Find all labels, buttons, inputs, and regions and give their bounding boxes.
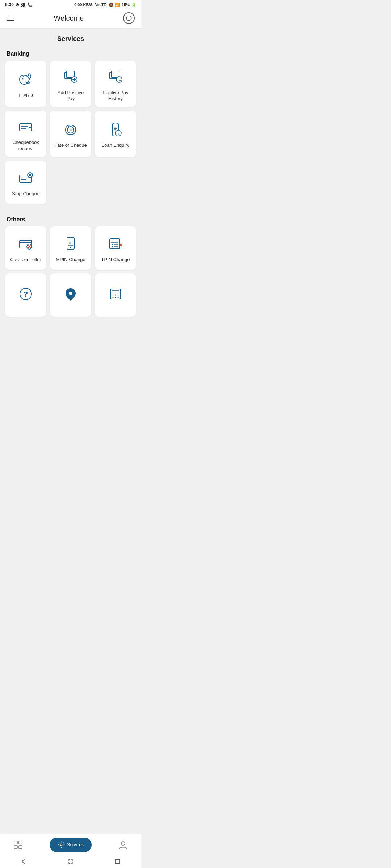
tpin-icon	[106, 234, 125, 253]
empty-card-1	[50, 161, 91, 204]
svg-point-42	[112, 244, 113, 245]
others-grid: Card controller MPIN Change	[0, 226, 141, 325]
banking-row-2: Chequebook request Fate of Cheque	[5, 111, 136, 157]
service-help[interactable]: ?	[5, 273, 46, 317]
tpin-change-label: TPIN Change	[101, 257, 130, 263]
banking-row-3: Stop Cheque	[5, 161, 136, 204]
svg-point-50	[69, 292, 72, 295]
svg-point-44	[112, 246, 113, 247]
help-icon: ?	[16, 285, 35, 303]
positive-history-icon	[106, 67, 125, 86]
status-right: 0.00 KB/S VoLTE 🔕 📶 15% 🔋	[74, 3, 136, 7]
mpin-change-label: MPIN Change	[56, 257, 85, 263]
service-location[interactable]	[50, 273, 91, 317]
header-title: Welcome	[54, 14, 84, 22]
service-fd-rd[interactable]: FD/RD	[5, 61, 46, 107]
loan-icon: ₹ ?	[106, 120, 125, 139]
volte-icon: VoLTE	[94, 3, 107, 7]
svg-rect-4	[66, 71, 74, 77]
section-banking-label: Banking	[0, 46, 141, 61]
svg-point-55	[118, 294, 119, 295]
service-loan-enquiry[interactable]: ₹ ? Loan Enquiry	[95, 111, 136, 157]
status-bar: 5:30 ⊙ 🖼 📞 0.00 KB/S VoLTE 🔕 📶 15% 🔋	[0, 0, 141, 9]
page-title: Services	[0, 29, 141, 46]
svg-text:?: ?	[117, 131, 119, 135]
svg-point-58	[118, 297, 119, 298]
main-content: Services Banking FD/RD	[0, 29, 141, 357]
stop-cheque-icon	[16, 169, 35, 187]
others-row-2: ?	[5, 273, 136, 317]
network-icon: 📶	[115, 3, 120, 7]
add-positive-icon	[61, 67, 80, 86]
service-card-controller[interactable]: Card controller	[5, 226, 46, 270]
svg-point-2	[28, 74, 30, 76]
positive-pay-history-label: Positive Pay History	[98, 90, 133, 102]
banking-row-1: FD/RD Add Positive Pay	[5, 61, 136, 107]
time-display: 5:30	[5, 2, 14, 7]
status-icon-2: 🖼	[21, 2, 25, 7]
battery-icon: 🔋	[131, 3, 136, 7]
location-icon	[61, 285, 80, 303]
svg-point-39	[70, 247, 71, 248]
calculator-icon	[106, 285, 125, 303]
data-speed: 0.00 KB/S	[74, 3, 93, 7]
loan-enquiry-label: Loan Enquiry	[102, 142, 130, 149]
service-add-positive-pay[interactable]: Add Positive Pay	[50, 61, 91, 107]
service-tpin-change[interactable]: TPIN Change	[95, 226, 136, 270]
status-time: 5:30 ⊙ 🖼 📞	[5, 2, 33, 7]
service-chequebook-request[interactable]: Chequebook request	[5, 111, 46, 157]
banking-grid: FD/RD Add Positive Pay	[0, 61, 141, 212]
svg-point-1	[22, 78, 24, 80]
service-stop-cheque[interactable]: Stop Cheque	[5, 161, 46, 204]
svg-point-16	[70, 129, 72, 131]
svg-point-37	[72, 243, 73, 244]
power-button[interactable]	[123, 12, 135, 24]
others-row-1: Card controller MPIN Change	[5, 226, 136, 270]
svg-point-54	[115, 294, 116, 295]
fate-cheque-icon	[61, 120, 80, 139]
service-fate-of-cheque[interactable]: Fate of Cheque	[50, 111, 91, 157]
svg-rect-9	[111, 71, 119, 77]
fate-of-cheque-label: Fate of Cheque	[54, 142, 87, 149]
svg-rect-40	[110, 239, 120, 249]
hamburger-menu[interactable]	[7, 16, 14, 21]
mpin-icon	[61, 234, 80, 253]
service-mpin-change[interactable]: MPIN Change	[50, 226, 91, 270]
service-calculator[interactable]	[95, 273, 136, 317]
chequebook-request-label: Chequebook request	[8, 140, 43, 152]
fd-rd-label: FD/RD	[18, 93, 33, 99]
status-icon-3: 📞	[27, 2, 33, 7]
card-controller-label: Card controller	[10, 257, 41, 263]
empty-card-2	[95, 161, 136, 204]
status-icon-1: ⊙	[16, 2, 19, 7]
section-others-label: Others	[0, 212, 141, 226]
chequebook-icon	[16, 117, 35, 136]
battery-level: 15%	[122, 3, 130, 7]
svg-point-36	[70, 243, 71, 244]
mute-icon: 🔕	[109, 3, 114, 7]
svg-point-18	[72, 126, 73, 127]
piggy-icon	[16, 70, 35, 89]
header: Welcome	[0, 9, 141, 29]
svg-point-53	[113, 294, 114, 295]
svg-point-35	[69, 243, 70, 244]
stop-cheque-label: Stop Cheque	[12, 191, 39, 197]
svg-text:?: ?	[24, 290, 28, 298]
service-positive-pay-history[interactable]: Positive Pay History	[95, 61, 136, 107]
svg-point-57	[115, 297, 116, 298]
add-positive-pay-label: Add Positive Pay	[53, 90, 88, 102]
card-icon	[16, 234, 35, 253]
svg-point-17	[68, 126, 69, 127]
svg-point-56	[113, 297, 114, 298]
